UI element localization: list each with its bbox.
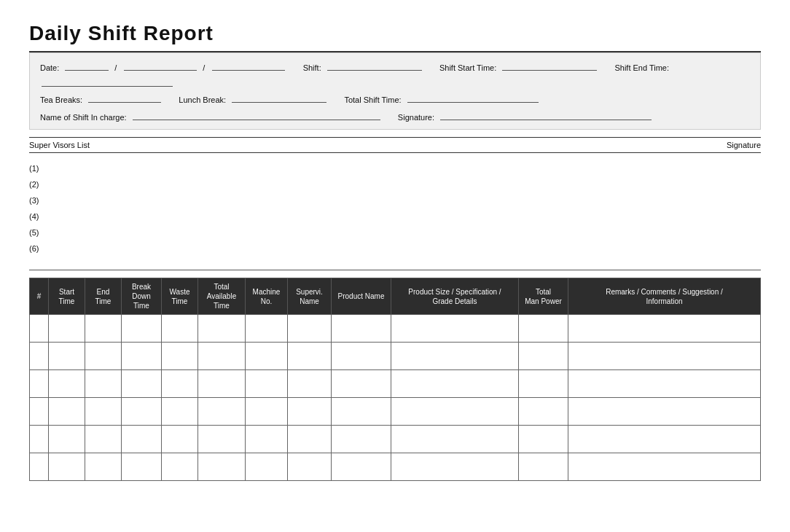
cell-remarks-6[interactable] (568, 453, 761, 481)
cell-manpower-5[interactable] (519, 426, 568, 453)
cell-prodname-4[interactable] (332, 398, 391, 426)
cell-machine-4[interactable] (246, 398, 288, 426)
cell-waste-3[interactable] (162, 370, 198, 398)
total-shift-field[interactable] (407, 93, 539, 103)
cell-machine-1[interactable] (246, 315, 288, 343)
cell-manpower-3[interactable] (519, 370, 568, 398)
cell-prodname-2[interactable] (332, 343, 391, 370)
shift-start-field[interactable] (502, 60, 597, 71)
supervisors-list-label: Super Visors List (29, 141, 90, 149)
cell-hash-4[interactable] (30, 398, 49, 426)
lunch-break-field[interactable] (232, 93, 326, 103)
cell-prodsize-2[interactable] (391, 343, 519, 370)
name-in-charge-field[interactable] (133, 110, 380, 120)
cell-prodname-6[interactable] (332, 453, 391, 481)
signature-label: Signature: (398, 113, 434, 122)
cell-machine-3[interactable] (246, 370, 288, 398)
shift-field[interactable] (327, 60, 422, 71)
cell-waste-5[interactable] (162, 426, 198, 453)
supervisors-header: Super Visors List Signature (29, 137, 761, 153)
cell-supervi-4[interactable] (288, 398, 332, 426)
cell-manpower-1[interactable] (519, 315, 568, 343)
cell-remarks-2[interactable] (568, 343, 761, 370)
cell-break-4[interactable] (122, 398, 162, 426)
cell-prodsize-5[interactable] (391, 426, 519, 453)
shift-label: Shift: (303, 63, 321, 72)
cell-avail-3[interactable] (198, 370, 246, 398)
cell-remarks-5[interactable] (568, 426, 761, 453)
date-field-day[interactable] (65, 60, 109, 71)
col-header-product-size: Product Size / Specification /Grade Deta… (391, 278, 519, 315)
cell-break-2[interactable] (122, 343, 162, 370)
cell-avail-5[interactable] (198, 426, 246, 453)
cell-avail-6[interactable] (198, 453, 246, 481)
cell-waste-2[interactable] (162, 343, 198, 370)
col-header-total-avail: TotalAvailableTime (198, 278, 246, 315)
cell-hash-5[interactable] (30, 426, 49, 453)
cell-manpower-6[interactable] (519, 453, 568, 481)
cell-prodsize-1[interactable] (391, 315, 519, 343)
cell-break-3[interactable] (122, 370, 162, 398)
date-field-month[interactable] (124, 60, 197, 71)
cell-end-1[interactable] (85, 315, 122, 343)
cell-end-2[interactable] (85, 343, 122, 370)
cell-hash-3[interactable] (30, 370, 49, 398)
col-header-supervi-name: Supervi.Name (288, 278, 332, 315)
shift-start-label: Shift Start Time: (439, 63, 496, 72)
cell-hash-2[interactable] (30, 343, 49, 370)
cell-hash-1[interactable] (30, 315, 49, 343)
name-in-charge-label: Name of Shift In charge: (40, 113, 127, 122)
date-field-year[interactable] (212, 60, 285, 71)
cell-remarks-4[interactable] (568, 398, 761, 426)
cell-prodsize-4[interactable] (391, 398, 519, 426)
cell-machine-5[interactable] (246, 426, 288, 453)
cell-start-6[interactable] (49, 453, 85, 481)
header-section: Date: / / Shift: Shift Start Time: Shift… (29, 52, 761, 130)
cell-machine-2[interactable] (246, 343, 288, 370)
cell-start-3[interactable] (49, 370, 85, 398)
supervisor-item-4: (4) (29, 208, 761, 224)
supervisor-item-6: (6) (29, 240, 761, 257)
cell-start-2[interactable] (49, 343, 85, 370)
table-row (30, 398, 761, 426)
cell-manpower-2[interactable] (519, 343, 568, 370)
shift-end-field[interactable] (42, 77, 173, 87)
cell-start-1[interactable] (49, 315, 85, 343)
shift-end-label: Shift End Time: (614, 63, 669, 72)
cell-avail-1[interactable] (198, 315, 246, 343)
cell-remarks-1[interactable] (568, 315, 761, 343)
cell-supervi-1[interactable] (288, 315, 332, 343)
cell-prodsize-6[interactable] (391, 453, 519, 481)
cell-avail-2[interactable] (198, 343, 246, 370)
supervisor-item-5: (5) (29, 224, 761, 240)
cell-hash-6[interactable] (30, 453, 49, 481)
cell-break-1[interactable] (122, 315, 162, 343)
cell-end-6[interactable] (85, 453, 122, 481)
cell-machine-6[interactable] (246, 453, 288, 481)
cell-supervi-5[interactable] (288, 426, 332, 453)
cell-waste-1[interactable] (162, 315, 198, 343)
cell-avail-4[interactable] (198, 398, 246, 426)
cell-break-5[interactable] (122, 426, 162, 453)
cell-remarks-3[interactable] (568, 370, 761, 398)
cell-start-4[interactable] (49, 398, 85, 426)
cell-waste-4[interactable] (162, 398, 198, 426)
cell-waste-6[interactable] (162, 453, 198, 481)
tea-breaks-field[interactable] (88, 93, 161, 103)
cell-end-5[interactable] (85, 426, 122, 453)
signature-field[interactable] (440, 110, 652, 120)
cell-end-4[interactable] (85, 398, 122, 426)
cell-prodsize-3[interactable] (391, 370, 519, 398)
cell-manpower-4[interactable] (519, 398, 568, 426)
section-divider (29, 270, 761, 270)
cell-supervi-3[interactable] (288, 370, 332, 398)
col-header-break-down: BreakDownTime (122, 278, 162, 315)
cell-prodname-1[interactable] (332, 315, 391, 343)
cell-supervi-6[interactable] (288, 453, 332, 481)
cell-prodname-5[interactable] (332, 426, 391, 453)
cell-break-6[interactable] (122, 453, 162, 481)
cell-start-5[interactable] (49, 426, 85, 453)
cell-end-3[interactable] (85, 370, 122, 398)
cell-prodname-3[interactable] (332, 370, 391, 398)
cell-supervi-2[interactable] (288, 343, 332, 370)
